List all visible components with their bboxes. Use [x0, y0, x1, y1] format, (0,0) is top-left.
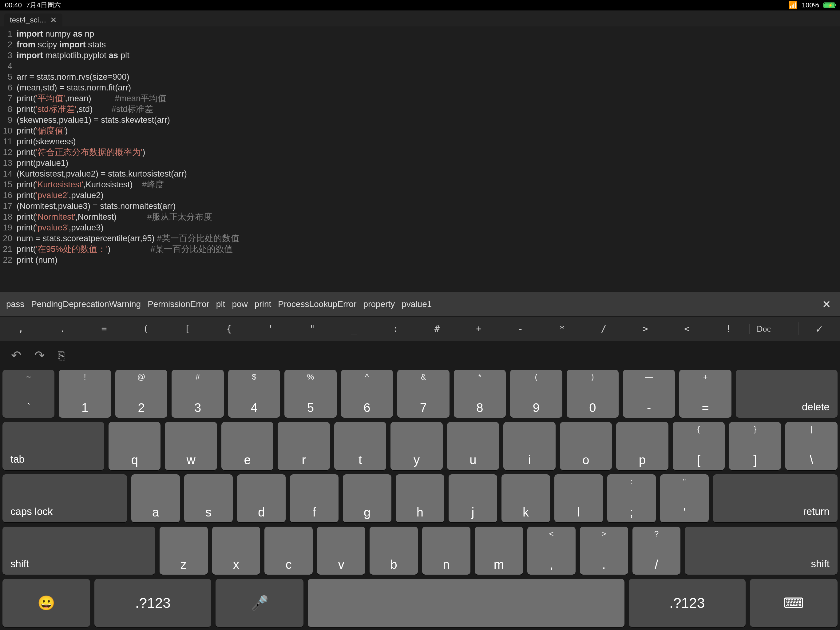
key-[interactable]	[308, 579, 624, 627]
code-text[interactable]: print(pvalue1)	[17, 157, 68, 168]
code-line[interactable]: 15print('Kurtosistest',Kurtosistest) #峰度	[0, 179, 840, 190]
code-text[interactable]: print('在95%处的数值：') #某一百分比处的数值	[17, 244, 233, 255]
code-text[interactable]: print(skewness)	[17, 136, 76, 147]
symbol-key[interactable]: {	[208, 323, 249, 334]
key-⌨[interactable]: ⌨	[750, 579, 838, 627]
redo-icon[interactable]: ↷	[35, 348, 45, 362]
code-line[interactable]: 14(Kurtosistest,pvalue2) = stats.kurtosi…	[0, 168, 840, 179]
key-k[interactable]: k	[502, 474, 550, 522]
code-line[interactable]: 8print('std标准差',std) #std标准差	[0, 104, 840, 114]
clipboard-icon[interactable]: ⎘	[58, 348, 65, 362]
key-w[interactable]: w	[165, 422, 217, 470]
symbol-key[interactable]: .	[41, 323, 83, 334]
symbol-key[interactable]: [	[167, 323, 208, 334]
key-4[interactable]: $4	[228, 370, 280, 418]
key-m[interactable]: m	[475, 527, 523, 575]
close-icon[interactable]: ✕	[50, 15, 57, 25]
autocomplete-suggestion[interactable]: PendingDeprecationWarning	[31, 299, 141, 309]
key-,[interactable]: <,	[527, 527, 576, 575]
code-line[interactable]: 6(mean,std) = stats.norm.fit(arr)	[0, 82, 840, 93]
key-.?123[interactable]: .?123	[95, 579, 211, 627]
symbol-key[interactable]: ,	[0, 323, 41, 334]
key-[[interactable]: {[	[673, 422, 725, 470]
code-text[interactable]: print('偏度值')	[17, 125, 68, 136]
key-0[interactable]: )0	[567, 370, 619, 418]
autocomplete-suggestion[interactable]: pvalue1	[401, 299, 432, 309]
autocomplete-suggestion[interactable]: ProcessLookupError	[278, 299, 356, 309]
symbol-key[interactable]: <	[666, 323, 708, 334]
key-shift[interactable]: shift	[2, 527, 155, 575]
symbol-key[interactable]: !	[708, 323, 749, 334]
key-a[interactable]: a	[131, 474, 180, 522]
key-6[interactable]: ^6	[341, 370, 393, 418]
key-u[interactable]: u	[447, 422, 499, 470]
symbol-key[interactable]: +	[458, 323, 499, 334]
key-'[interactable]: "'	[660, 474, 709, 522]
key-q[interactable]: q	[109, 422, 161, 470]
key-`[interactable]: ~`	[2, 370, 54, 418]
code-text[interactable]: print (num)	[17, 255, 57, 265]
symbol-key[interactable]: >	[624, 323, 666, 334]
key-r[interactable]: r	[278, 422, 330, 470]
code-text[interactable]: import numpy as np	[17, 28, 94, 39]
key-3[interactable]: #3	[172, 370, 224, 418]
key-c[interactable]: c	[264, 527, 313, 575]
key-v[interactable]: v	[317, 527, 365, 575]
key--[interactable]: —-	[623, 370, 675, 418]
key-f[interactable]: f	[290, 474, 338, 522]
key-7[interactable]: &7	[397, 370, 449, 418]
autocomplete-suggestion[interactable]: pow	[232, 299, 248, 309]
key-p[interactable]: p	[616, 422, 668, 470]
key-tab[interactable]: tab	[2, 422, 104, 470]
code-text[interactable]: print('符合正态分布数据的概率为')	[17, 147, 145, 157]
code-line[interactable]: 7print('平均值',mean) #mean平均值	[0, 93, 840, 104]
key-h[interactable]: h	[396, 474, 444, 522]
symbol-key[interactable]: =	[83, 323, 125, 334]
code-line[interactable]: 12print('符合正态分布数据的概率为')	[0, 147, 840, 157]
key-;[interactable]: :;	[607, 474, 656, 522]
code-text[interactable]: print('平均值',mean) #mean平均值	[17, 93, 166, 104]
key-t[interactable]: t	[334, 422, 386, 470]
key-return[interactable]: return	[713, 474, 838, 522]
symbol-key[interactable]: '	[249, 323, 291, 334]
code-text[interactable]: (Kurtosistest,pvalue2) = stats.kurtosist…	[17, 168, 187, 179]
code-line[interactable]: 17(Normltest,pvalue3) = stats.normaltest…	[0, 201, 840, 211]
doc-button[interactable]: Doc	[749, 324, 798, 334]
key-5[interactable]: %5	[284, 370, 336, 418]
code-line[interactable]: 2from scipy import stats	[0, 39, 840, 50]
code-text[interactable]: print('Normltest',Normltest) #服从正太分布度	[17, 211, 212, 222]
autocomplete-suggestion[interactable]: PermissionError	[148, 299, 209, 309]
key-caps-lock[interactable]: caps lock	[2, 474, 127, 522]
key-🎤[interactable]: 🎤	[216, 579, 303, 627]
code-text[interactable]: print('std标准差',std) #std标准差	[17, 104, 153, 114]
code-text[interactable]: print('pvalue3',pvalue3)	[17, 222, 104, 233]
code-line[interactable]: 1import numpy as np	[0, 28, 840, 39]
autocomplete-suggestion[interactable]: pass	[6, 299, 24, 309]
code-line[interactable]: 10print('偏度值')	[0, 125, 840, 136]
autocomplete-suggestion[interactable]: print	[254, 299, 271, 309]
code-text[interactable]: (mean,std) = stats.norm.fit(arr)	[17, 82, 131, 93]
key-j[interactable]: j	[448, 474, 497, 522]
key-shift[interactable]: shift	[685, 527, 838, 575]
symbol-key[interactable]: _	[333, 323, 374, 334]
code-line[interactable]: 19print('pvalue3',pvalue3)	[0, 222, 840, 233]
key-g[interactable]: g	[343, 474, 392, 522]
code-text[interactable]: (skewness,pvalue1) = stats.skewtest(arr)	[17, 114, 170, 125]
key-y[interactable]: y	[390, 422, 442, 470]
symbol-key[interactable]: *	[541, 323, 583, 334]
key-d[interactable]: d	[237, 474, 286, 522]
code-text[interactable]: num = stats.scoreatpercentile(arr,95) #某…	[17, 233, 239, 244]
key-.?123[interactable]: .?123	[629, 579, 745, 627]
code-text[interactable]: (Normltest,pvalue3) = stats.normaltest(a…	[17, 201, 175, 211]
file-tab[interactable]: test4_sci… ✕	[4, 14, 62, 27]
code-text[interactable]: from scipy import stats	[17, 39, 106, 50]
key-s[interactable]: s	[184, 474, 233, 522]
code-line[interactable]: 4	[0, 60, 840, 71]
symbol-key[interactable]: /	[583, 323, 624, 334]
key-l[interactable]: l	[554, 474, 603, 522]
key-i[interactable]: i	[503, 422, 555, 470]
code-line[interactable]: 21print('在95%处的数值：') #某一百分比处的数值	[0, 244, 840, 255]
symbol-key[interactable]: :	[375, 323, 416, 334]
code-line[interactable]: 11print(skewness)	[0, 136, 840, 147]
autocomplete-suggestion[interactable]: plt	[216, 299, 225, 309]
